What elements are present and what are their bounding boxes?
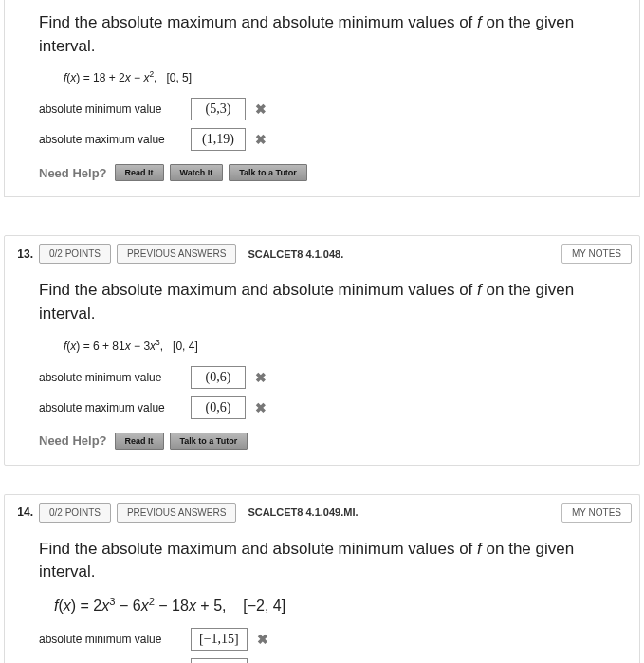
need-help-label: Need Help? xyxy=(39,166,107,180)
max-label: absolute maximum value xyxy=(39,401,181,414)
max-answer-box[interactable]: [−1,15] xyxy=(191,658,248,663)
min-label: absolute minimum value xyxy=(39,371,181,384)
formula: f(x) = 6 + 81x − 3x3, [0, 4] xyxy=(64,338,620,353)
incorrect-icon: ✖ xyxy=(255,132,267,147)
points-badge: 0/2 POINTS xyxy=(39,244,111,264)
question-body: Find the absolute maximum and absolute m… xyxy=(5,267,639,464)
incorrect-icon: ✖ xyxy=(257,632,268,647)
question-body: Find the absolute maximum and absolute m… xyxy=(4,0,640,197)
talk-tutor-button[interactable]: Talk to a Tutor xyxy=(170,433,248,450)
min-answer-box[interactable]: (0,6) xyxy=(191,366,246,389)
min-row: absolute minimum value (5,3) ✖ xyxy=(39,98,620,120)
min-row: absolute minimum value (0,6) ✖ xyxy=(39,366,620,389)
question-number: 14. xyxy=(12,506,33,519)
incorrect-icon: ✖ xyxy=(255,101,267,117)
max-label: absolute maximum value xyxy=(39,133,181,146)
prompt-text-a: Find the absolute maximum and absolute m… xyxy=(39,281,477,299)
formula: f(x) = 18 + 2x − x2, [0, 5] xyxy=(64,69,620,84)
previous-answers-button[interactable]: PREVIOUS ANSWERS xyxy=(117,244,236,264)
max-row: absolute maximum value (1,19) ✖ xyxy=(39,128,620,151)
min-label: absolute minimum value xyxy=(39,633,181,646)
min-label: absolute minimum value xyxy=(39,102,181,116)
question-header: 13. 0/2 POINTS PREVIOUS ANSWERS SCALCET8… xyxy=(5,236,639,267)
need-help-row: Need Help? Read It Watch It Talk to a Tu… xyxy=(39,164,620,181)
previous-answers-button[interactable]: PREVIOUS ANSWERS xyxy=(117,503,236,523)
formula: f(x) = 2x3 − 6x2 − 18x + 5, [−2, 4] xyxy=(54,596,620,615)
max-row: absolute maximum value (0,6) ✖ xyxy=(39,396,620,419)
my-notes-button[interactable]: MY NOTES xyxy=(561,503,632,523)
points-badge: 0/2 POINTS xyxy=(39,503,111,523)
incorrect-icon: ✖ xyxy=(255,370,267,385)
question-prompt: Find the absolute maximum and absolute m… xyxy=(39,538,620,584)
question-header: 14. 0/2 POINTS PREVIOUS ANSWERS SCALCET8… xyxy=(5,495,639,526)
min-answer-box[interactable]: (5,3) xyxy=(191,98,246,120)
min-row: absolute minimum value [−1,15] ✖ xyxy=(39,628,620,651)
question-13: 13. 0/2 POINTS PREVIOUS ANSWERS SCALCET8… xyxy=(4,235,640,465)
read-it-button[interactable]: Read It xyxy=(115,433,164,450)
question-number: 13. xyxy=(12,248,33,261)
max-answer-box[interactable]: (1,19) xyxy=(191,128,246,151)
question-prompt: Find the absolute maximum and absolute m… xyxy=(39,279,620,325)
question-prompt: Find the absolute maximum and absolute m… xyxy=(39,11,620,58)
incorrect-icon: ✖ xyxy=(255,400,267,415)
talk-tutor-button[interactable]: Talk to a Tutor xyxy=(229,164,307,181)
question-14: 14. 0/2 POINTS PREVIOUS ANSWERS SCALCET8… xyxy=(4,494,640,663)
question-reference: SCALCET8 4.1.049.MI. xyxy=(248,506,358,518)
prompt-text-a: Find the absolute maximum and absolute m… xyxy=(39,540,477,558)
need-help-row: Need Help? Read It Talk to a Tutor xyxy=(39,433,620,450)
prompt-text-a: Find the absolute maximum and absolute m… xyxy=(39,13,477,31)
my-notes-button[interactable]: MY NOTES xyxy=(561,244,632,264)
watch-it-button[interactable]: Watch It xyxy=(170,164,224,181)
need-help-label: Need Help? xyxy=(39,433,107,448)
max-row: absolute maximum value [−1,15] ✖ xyxy=(39,658,620,663)
read-it-button[interactable]: Read It xyxy=(115,164,164,181)
question-body: Find the absolute maximum and absolute m… xyxy=(5,526,639,663)
question-reference: SCALCET8 4.1.048. xyxy=(248,249,343,260)
min-answer-box[interactable]: [−1,15] xyxy=(191,628,248,651)
max-answer-box[interactable]: (0,6) xyxy=(191,396,246,419)
